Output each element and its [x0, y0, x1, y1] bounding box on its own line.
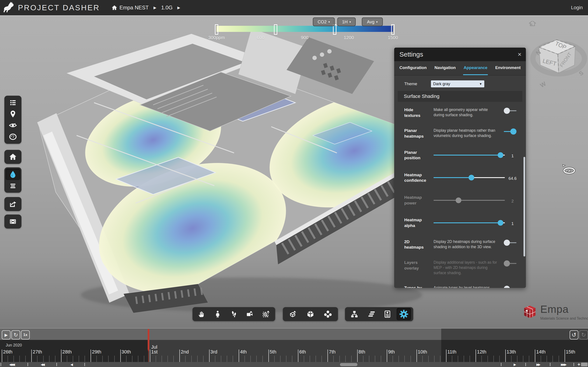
breadcrumb-site[interactable]: Empa NEST	[120, 5, 148, 11]
minor-tick	[144, 356, 144, 362]
unbox-icon[interactable]	[286, 308, 300, 320]
day-tick	[535, 350, 535, 362]
share-icon[interactable]	[6, 198, 20, 210]
select-chevron-icon: ▼	[479, 82, 482, 86]
transport-separator	[526, 363, 526, 366]
toolbar-group	[192, 307, 275, 321]
home-breadcrumb-icon[interactable]	[112, 5, 117, 10]
minor-tick	[221, 356, 221, 362]
toggle-switch[interactable]	[504, 128, 517, 135]
settings-scrollbar[interactable]	[523, 157, 525, 257]
tool-rail-group	[4, 167, 21, 193]
tab-appearance[interactable]: Appearance	[463, 61, 488, 75]
step-forward-button[interactable]: ▶	[514, 362, 515, 367]
settings-header[interactable]: Settings ×	[394, 48, 526, 61]
setting-value: 64.6	[505, 174, 520, 181]
home-icon[interactable]	[6, 151, 20, 163]
droplet-icon[interactable]	[6, 169, 20, 180]
footprints-icon[interactable]	[227, 308, 241, 320]
minor-tick	[233, 356, 233, 362]
transport-separator	[501, 363, 501, 366]
toggle-switch[interactable]	[504, 260, 517, 267]
hex-cluster-icon[interactable]	[321, 308, 335, 320]
minor-tick	[96, 356, 97, 362]
day-label: 8th	[359, 349, 365, 355]
minor-tick	[280, 356, 280, 362]
day-tick	[150, 350, 150, 362]
minor-tick	[73, 356, 73, 362]
tab-navigation[interactable]: Navigation	[434, 61, 456, 75]
person-icon[interactable]	[210, 308, 225, 320]
minor-tick	[215, 356, 215, 362]
minor-tick	[19, 356, 20, 362]
timeline-loop-button[interactable]: ↻	[11, 330, 20, 340]
legend-range-handle[interactable]	[215, 24, 218, 35]
undo-button[interactable]: ↺	[570, 330, 578, 340]
day-tick	[209, 350, 209, 362]
minor-tick	[511, 356, 511, 362]
step-forward-button[interactable]: ▶▶	[536, 362, 540, 367]
day-tick	[416, 350, 417, 362]
day-tick	[239, 350, 239, 362]
viewcube-home-icon	[529, 21, 536, 26]
pan-hand-icon[interactable]	[194, 308, 209, 320]
step-back-button[interactable]: ◀◀◀	[9, 362, 14, 367]
zoom-window-icon[interactable]	[259, 308, 273, 320]
theme-select[interactable]: Dark gray ▼	[431, 80, 484, 87]
step-forward-button[interactable]: ▶▶▶	[561, 362, 566, 367]
setting-slider[interactable]	[433, 219, 505, 226]
playhead-marker[interactable]	[148, 329, 149, 349]
legend-range-handle[interactable]	[274, 24, 277, 35]
tab-configuration[interactable]: Configuration	[399, 61, 427, 75]
toggle-switch[interactable]	[504, 108, 517, 114]
co2-color-legend[interactable]	[216, 26, 393, 32]
cube-icon[interactable]	[303, 308, 318, 320]
co2-dropdown[interactable]: CO2▾	[313, 17, 335, 26]
camera-icon[interactable]	[243, 308, 257, 320]
minor-tick	[262, 356, 263, 362]
control-panel-icon[interactable]	[380, 308, 395, 320]
close-icon[interactable]: ×	[518, 51, 521, 58]
minor-tick	[126, 356, 126, 362]
1h-dropdown[interactable]: 1H▾	[337, 17, 356, 26]
setting-label: Hide textures	[404, 107, 429, 118]
bars-icon[interactable]	[6, 180, 20, 191]
list-icon[interactable]	[6, 97, 20, 108]
step-back-button[interactable]: ◀◀	[41, 362, 44, 367]
timeline-scrollbar-end[interactable]	[581, 363, 588, 366]
avg-dropdown[interactable]: Avg▾	[362, 17, 383, 26]
timeline-band[interactable]: Jun 2020 26th27th28th29th30th1stJul2nd3r…	[0, 340, 588, 362]
timeline-scrollbar-thumb[interactable]	[340, 363, 357, 366]
breadcrumb-level[interactable]: 1.0G	[161, 5, 173, 11]
film-icon[interactable]	[6, 216, 20, 227]
day-label: 30th	[122, 349, 131, 355]
gear-icon[interactable]	[397, 308, 411, 320]
step-back-button[interactable]: ◀	[70, 362, 72, 367]
toolbar-group	[345, 307, 413, 321]
minor-tick	[251, 356, 251, 362]
setting-slider[interactable]	[433, 152, 505, 158]
tab-environment[interactable]: Environment	[495, 61, 521, 75]
day-label: 14th	[536, 349, 545, 355]
minor-tick	[363, 356, 363, 362]
empa-cube-icon	[521, 304, 537, 322]
toggle-switch[interactable]	[504, 285, 517, 288]
minor-tick	[393, 356, 393, 362]
login-button[interactable]: Login	[571, 0, 583, 15]
timeline-play-button[interactable]: ▶	[2, 330, 10, 340]
setting-slider[interactable]	[433, 174, 505, 181]
minor-tick	[43, 356, 43, 362]
toggle-switch[interactable]	[504, 239, 517, 246]
eye-icon[interactable]	[6, 120, 20, 131]
step-forward-button[interactable]: +	[578, 362, 580, 367]
gauge-icon[interactable]	[6, 131, 20, 142]
setting-slider[interactable]	[433, 197, 505, 204]
layers-icon[interactable]	[363, 308, 378, 320]
setting-label: Heatmap power	[404, 195, 429, 206]
setting-label: Heatmap alpha	[404, 217, 429, 228]
redo-button[interactable]: ↻	[579, 330, 588, 340]
legend-range-handle[interactable]	[391, 24, 395, 35]
tree-icon[interactable]	[347, 308, 362, 320]
location-pin-icon[interactable]	[6, 108, 20, 120]
timeline-speed-button[interactable]: 1x	[21, 330, 30, 340]
